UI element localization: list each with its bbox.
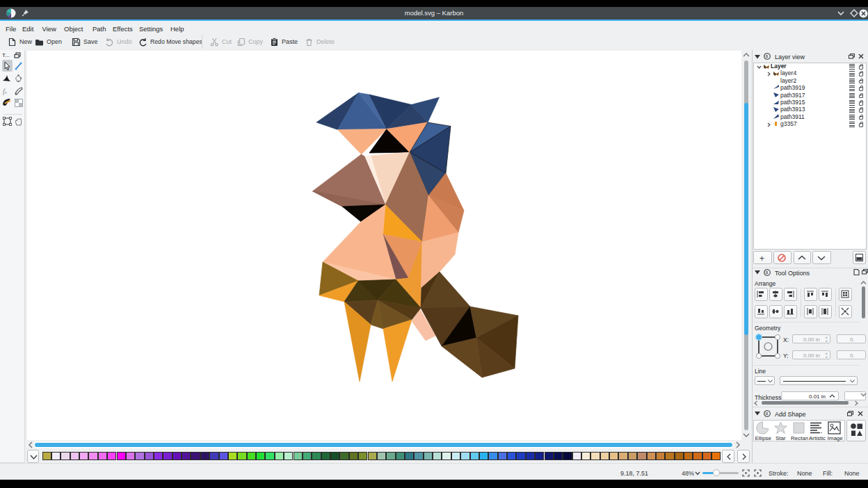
svg-text:a: a [766, 270, 769, 275]
svg-text:a: a [766, 411, 769, 416]
